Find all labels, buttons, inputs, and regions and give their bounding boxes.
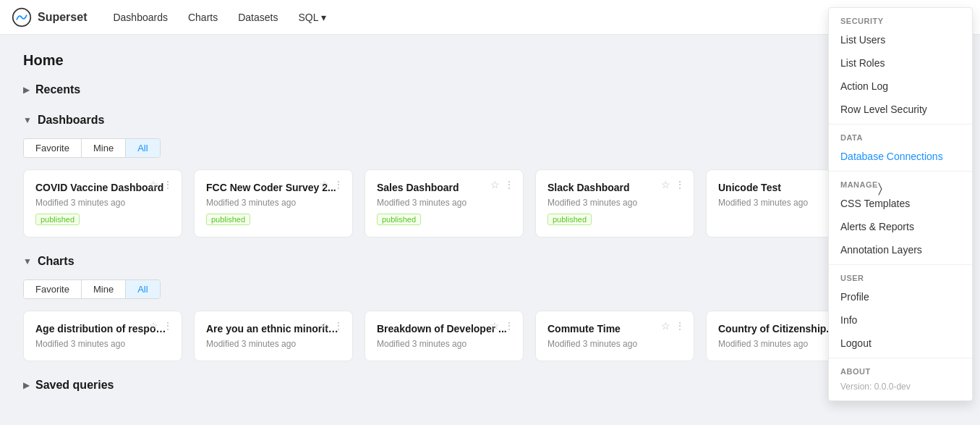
charts-title: Charts	[38, 255, 74, 268]
card-actions-2: ☆ ⋮	[490, 179, 514, 190]
dropdown-profile[interactable]: Profile	[829, 285, 972, 308]
saved-queries-header[interactable]: ▶ Saved queries	[23, 379, 957, 392]
dropdown-annotation-layers[interactable]: Annotation Layers	[829, 238, 972, 261]
tab-charts-favorite[interactable]: Favorite	[24, 280, 82, 298]
dropdown-list-roles[interactable]: List Roles	[829, 51, 972, 75]
dropdown-info[interactable]: Info	[829, 308, 972, 332]
recents-header[interactable]: ▶ Recents	[23, 83, 957, 96]
superset-logo-icon	[12, 7, 32, 28]
charts-chevron-icon: ▼	[23, 256, 32, 266]
star-icon-0[interactable]: ☆	[149, 179, 158, 190]
tab-dashboards-favorite[interactable]: Favorite	[24, 139, 82, 157]
dashboard-card-3: ☆ ⋮ Slack Dashboard Modified 3 minutes a…	[535, 169, 694, 237]
dropdown-database-connections[interactable]: Database Connections	[829, 145, 972, 168]
dashboard-modified-2: Modified 3 minutes ago	[377, 198, 466, 208]
chart-modified-0: Modified 3 minutes ago	[35, 339, 125, 349]
chart-meta-1: Modified 3 minutes ago	[206, 339, 341, 349]
chart-more-icon-1[interactable]: ⋮	[333, 320, 344, 332]
chart-more-icon-3[interactable]: ⋮	[675, 320, 685, 332]
about-section-label: About	[829, 361, 972, 379]
dashboard-modified-1: Modified 3 minutes ago	[206, 198, 296, 208]
dashboard-meta-0: Modified 3 minutes ago published	[35, 198, 170, 225]
tab-charts-mine[interactable]: Mine	[82, 280, 126, 298]
charts-grid: ☆ ⋮ Age distribution of respon... Modifi…	[23, 311, 957, 361]
chart-card-3: ☆ ⋮ Commute Time Modified 3 minutes ago	[535, 311, 694, 361]
dashboard-modified-3: Modified 3 minutes ago	[547, 198, 637, 208]
main-nav: Dashboards Charts Datasets SQL ▾	[104, 7, 901, 28]
more-icon-3[interactable]: ⋮	[675, 179, 685, 190]
charts-filter-bar: Favorite Mine All + ...	[23, 279, 957, 299]
chart-modified-4: Modified 3 minutes ago	[718, 339, 808, 349]
chart-more-icon-0[interactable]: ⋮	[163, 320, 173, 332]
recents-title: Recents	[35, 83, 80, 96]
dashboard-modified-0: Modified 3 minutes ago	[35, 198, 125, 208]
more-icon-2[interactable]: ⋮	[504, 179, 514, 190]
card-actions-1: ☆ ⋮	[320, 179, 344, 190]
chart-actions-1: ☆ ⋮	[320, 320, 344, 332]
dashboards-filter-bar: Favorite Mine All + DASH...	[23, 138, 957, 158]
saved-queries-chevron-icon: ▶	[23, 380, 30, 390]
published-badge-0: published	[35, 214, 80, 225]
dropdown-list-users[interactable]: List Users	[829, 28, 972, 51]
card-actions-3: ☆ ⋮	[661, 179, 685, 190]
charts-section: ▼ Charts Favorite Mine All + ... ☆ ⋮ Age…	[23, 255, 957, 361]
nav-dashboards[interactable]: Dashboards	[104, 7, 176, 28]
saved-queries-section: ▶ Saved queries	[23, 379, 957, 392]
dashboards-tab-group: Favorite Mine All	[23, 138, 161, 158]
page-title: Home	[23, 52, 957, 69]
chart-actions-3: ☆ ⋮	[661, 320, 685, 332]
dashboard-meta-2: Modified 3 minutes ago published	[377, 198, 511, 225]
nav-datasets[interactable]: Datasets	[229, 7, 286, 28]
dropdown-action-log[interactable]: Action Log	[829, 75, 972, 98]
chart-star-icon-2[interactable]: ☆	[490, 320, 500, 332]
recents-chevron-icon: ▶	[23, 85, 30, 95]
version-text: Version: 0.0.0-dev	[829, 379, 972, 397]
dashboard-card-0: ☆ ⋮ COVID Vaccine Dashboard Modified 3 m…	[23, 169, 182, 237]
chart-more-icon-2[interactable]: ⋮	[504, 320, 514, 332]
published-badge-2: published	[377, 214, 421, 225]
dashboards-title: Dashboards	[38, 114, 104, 127]
data-section-label: Data	[829, 127, 972, 145]
chart-star-icon-3[interactable]: ☆	[661, 320, 670, 332]
star-icon-3[interactable]: ☆	[661, 179, 670, 190]
user-section-label: User	[829, 268, 972, 285]
settings-dropdown: Security List Users List Roles Action Lo…	[828, 7, 973, 401]
dashboard-meta-3: Modified 3 minutes ago published	[547, 198, 682, 225]
manage-section-label: Manage	[829, 174, 972, 192]
more-icon-1[interactable]: ⋮	[333, 179, 344, 190]
divider-1	[829, 124, 972, 125]
tab-dashboards-mine[interactable]: Mine	[82, 139, 126, 157]
divider-3	[829, 264, 972, 265]
chart-modified-3: Modified 3 minutes ago	[547, 339, 637, 349]
chart-star-icon-1[interactable]: ☆	[320, 320, 329, 332]
dashboards-chevron-icon: ▼	[23, 115, 32, 125]
logo[interactable]: Superset	[12, 7, 87, 28]
saved-queries-title: Saved queries	[35, 379, 114, 392]
dashboards-section: ▼ Dashboards Favorite Mine All + DASH...…	[23, 114, 957, 237]
dropdown-css-templates[interactable]: CSS Templates	[829, 192, 972, 215]
nav-sql[interactable]: SQL ▾	[289, 7, 334, 28]
dashboard-modified-4: Modified 3 minutes ago	[718, 198, 808, 208]
dropdown-logout[interactable]: Logout	[829, 332, 972, 355]
more-icon-0[interactable]: ⋮	[163, 179, 173, 190]
star-icon-2[interactable]: ☆	[490, 179, 500, 190]
tab-charts-all[interactable]: All	[126, 280, 159, 298]
nav-charts[interactable]: Charts	[179, 7, 226, 28]
star-icon-1[interactable]: ☆	[320, 179, 329, 190]
chart-actions-0: ☆ ⋮	[149, 320, 173, 332]
chart-meta-3: Modified 3 minutes ago	[547, 339, 682, 349]
security-section-label: Security	[829, 11, 972, 28]
published-badge-3: published	[547, 214, 592, 225]
chart-star-icon-0[interactable]: ☆	[149, 320, 158, 332]
chart-actions-2: ☆ ⋮	[490, 320, 514, 332]
dashboard-card-1: ☆ ⋮ FCC New Coder Survey 2... Modified 3…	[194, 169, 353, 237]
dashboards-header[interactable]: ▼ Dashboards	[23, 114, 957, 127]
card-actions-0: ☆ ⋮	[149, 179, 173, 190]
charts-header[interactable]: ▼ Charts	[23, 255, 957, 268]
dropdown-row-level-security[interactable]: Row Level Security	[829, 98, 972, 121]
dashboards-grid: ☆ ⋮ COVID Vaccine Dashboard Modified 3 m…	[23, 169, 957, 237]
chart-meta-2: Modified 3 minutes ago	[377, 339, 511, 349]
tab-dashboards-all[interactable]: All	[126, 139, 159, 157]
charts-tab-group: Favorite Mine All	[23, 279, 161, 299]
dropdown-alerts-reports[interactable]: Alerts & Reports	[829, 215, 972, 238]
